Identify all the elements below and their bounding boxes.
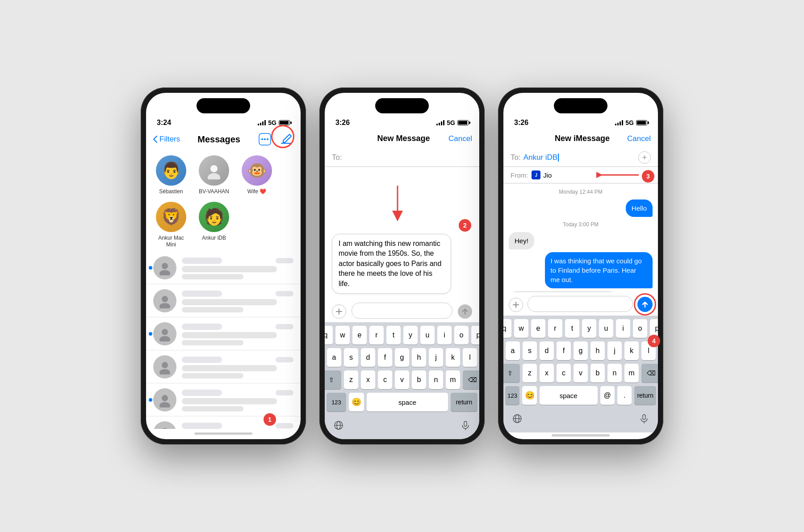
key-h[interactable]: h xyxy=(412,348,426,367)
step-2-badge: 2 xyxy=(459,219,471,232)
key-p[interactable]: p xyxy=(471,326,479,345)
key-3-f[interactable]: f xyxy=(557,341,571,360)
key-x[interactable]: x xyxy=(361,370,375,389)
key-3-c[interactable]: c xyxy=(557,364,571,382)
key-3-k[interactable]: k xyxy=(624,341,639,360)
key-3-w[interactable]: w xyxy=(514,319,528,338)
key-3-t[interactable]: t xyxy=(565,319,579,338)
contact-sebastien[interactable]: 👨 Sébastien xyxy=(153,155,189,195)
key-j[interactable]: j xyxy=(429,348,443,367)
step-3-badge: 3 xyxy=(642,170,654,183)
key-3-x[interactable]: x xyxy=(540,364,554,382)
mic-key-3[interactable] xyxy=(636,410,653,427)
key-f[interactable]: f xyxy=(378,348,392,367)
phone-3-screen: 3:26 5G New iMessage xyxy=(503,93,658,439)
key-3-n[interactable]: n xyxy=(607,364,622,382)
key-q[interactable]: q xyxy=(325,326,333,345)
dynamic-island-1 xyxy=(197,98,250,113)
keyboard-row-1: q w e r t y u i o p xyxy=(327,326,477,345)
key-b[interactable]: b xyxy=(412,370,426,389)
more-options-button[interactable] xyxy=(258,132,272,146)
num-key-3[interactable]: 123 xyxy=(505,386,519,405)
key-k[interactable]: k xyxy=(446,348,460,367)
num-key[interactable]: 123 xyxy=(327,393,346,411)
key-3-q[interactable]: q xyxy=(503,319,511,338)
message-input-2[interactable] xyxy=(352,303,452,319)
key-3-b[interactable]: b xyxy=(590,364,605,382)
keyboard-row-3-1: q w e r t y u i o p xyxy=(505,319,656,338)
key-3-i[interactable]: i xyxy=(616,319,630,338)
key-3-g[interactable]: g xyxy=(574,341,588,360)
cancel-button-3[interactable]: Cancel xyxy=(627,134,651,143)
key-v[interactable]: v xyxy=(395,370,409,389)
cancel-button-2[interactable]: Cancel xyxy=(448,134,472,143)
key-3-y[interactable]: y xyxy=(582,319,596,338)
globe-key-3[interactable] xyxy=(509,410,526,427)
key-z[interactable]: z xyxy=(344,370,358,389)
at-key[interactable]: @ xyxy=(600,386,615,405)
key-3-m[interactable]: m xyxy=(624,364,639,382)
list-item[interactable] xyxy=(146,383,301,416)
key-e[interactable]: e xyxy=(352,326,367,345)
scene: 3:24 5G Fil xyxy=(141,87,663,445)
key-3-e[interactable]: e xyxy=(531,319,545,338)
add-contact-button[interactable]: + xyxy=(638,151,651,164)
key-s[interactable]: s xyxy=(344,348,358,367)
delete-key-3[interactable]: ⌫ xyxy=(641,364,658,382)
mic-key[interactable] xyxy=(457,417,474,434)
space-key-3[interactable]: space xyxy=(540,386,598,405)
contact-ankur-mac[interactable]: 🦁 Ankur Mac Mini xyxy=(153,202,189,248)
list-item[interactable] xyxy=(146,284,301,317)
list-item[interactable] xyxy=(146,317,301,350)
send-button-2[interactable] xyxy=(458,304,472,319)
shift-key-3[interactable]: ⇧ xyxy=(503,364,520,382)
msg-avatar xyxy=(153,388,176,411)
key-u[interactable]: u xyxy=(420,326,435,345)
emoji-key-3[interactable]: 😊 xyxy=(522,386,536,405)
key-r[interactable]: r xyxy=(369,326,384,345)
space-key[interactable]: space xyxy=(367,393,448,411)
globe-key[interactable] xyxy=(330,417,347,434)
key-l[interactable]: l xyxy=(463,348,477,367)
list-item[interactable] xyxy=(146,416,301,429)
key-3-d[interactable]: d xyxy=(540,341,554,360)
list-item[interactable] xyxy=(146,251,301,284)
attach-button-3[interactable] xyxy=(509,298,523,312)
period-key[interactable]: . xyxy=(617,386,632,405)
key-g[interactable]: g xyxy=(395,348,409,367)
send-button-3[interactable] xyxy=(637,297,653,312)
delete-key[interactable]: ⌫ xyxy=(463,370,479,389)
key-3-s[interactable]: s xyxy=(523,341,537,360)
key-3-r[interactable]: r xyxy=(548,319,562,338)
emoji-key[interactable]: 😊 xyxy=(349,393,364,411)
key-3-j[interactable]: j xyxy=(607,341,622,360)
key-o[interactable]: o xyxy=(454,326,469,345)
attach-button[interactable] xyxy=(332,304,346,319)
key-3-a[interactable]: a xyxy=(506,341,520,360)
key-3-z[interactable]: z xyxy=(523,364,537,382)
key-d[interactable]: d xyxy=(361,348,375,367)
contact-ankur-idb[interactable]: 🧑 Ankur iDB xyxy=(196,202,232,248)
key-3-h[interactable]: h xyxy=(590,341,605,360)
key-m[interactable]: m xyxy=(446,370,460,389)
to-field-3[interactable]: To: Ankur iDB + xyxy=(503,149,658,167)
key-3-v[interactable]: v xyxy=(574,364,588,382)
key-y[interactable]: y xyxy=(403,326,418,345)
key-n[interactable]: n xyxy=(429,370,443,389)
filters-back-button[interactable]: Filters xyxy=(153,135,180,144)
key-3-u[interactable]: u xyxy=(599,319,613,338)
key-a[interactable]: a xyxy=(327,348,341,367)
list-item[interactable] xyxy=(146,350,301,383)
return-key-3[interactable]: return xyxy=(634,386,656,405)
key-t[interactable]: t xyxy=(386,326,401,345)
message-input-3[interactable] xyxy=(528,296,633,312)
return-key[interactable]: return xyxy=(451,393,477,411)
key-c[interactable]: c xyxy=(378,370,392,389)
svg-point-4 xyxy=(210,165,218,172)
key-w[interactable]: w xyxy=(335,326,350,345)
key-3-o[interactable]: o xyxy=(633,319,647,338)
key-i[interactable]: i xyxy=(437,326,452,345)
contact-wife[interactable]: 🐵 Wife ❤️ xyxy=(239,155,275,195)
contact-bv[interactable]: BV-VAAHAN xyxy=(196,155,232,195)
shift-key[interactable]: ⇧ xyxy=(325,370,341,389)
